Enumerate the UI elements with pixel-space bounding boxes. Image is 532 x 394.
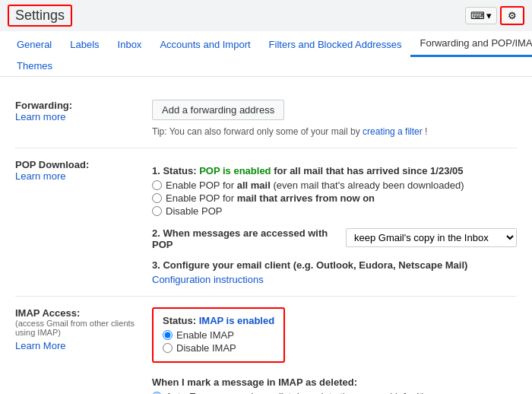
gear-button[interactable]: ⚙	[500, 6, 524, 25]
forwarding-tip: Tip: You can also forward only some of y…	[152, 126, 517, 137]
imap-enable-label: Enable IMAP	[176, 329, 234, 341]
imap-disable-label: Disable IMAP	[176, 342, 236, 354]
pop-content: 1. Status: POP is enabled for all mail t…	[152, 159, 517, 285]
tip-suffix: !	[425, 126, 427, 137]
pop-all-label: Enable POP for all mail (even mail that'…	[166, 180, 464, 191]
pop-learn-more[interactable]: Learn more	[15, 170, 137, 182]
pop-all-mail-radio[interactable]	[152, 180, 162, 190]
imap-status-box: Status: IMAP is enabled Enable IMAP Disa…	[152, 307, 285, 363]
pop-label: POP Download: Learn more	[15, 159, 137, 285]
top-bar: Settings ⌨ ▾ ⚙	[0, 0, 532, 31]
imap-delete-section: When I mark a message in IMAP as deleted…	[152, 377, 517, 394]
gear-icon: ⚙	[508, 10, 517, 21]
imap-enable-option: Enable IMAP	[163, 329, 274, 341]
forwarding-label: Forwarding: Learn more	[15, 100, 137, 137]
nav-tabs: General Labels Inbox Accounts and Import…	[0, 31, 532, 77]
tab-labels[interactable]: Labels	[61, 33, 108, 56]
imap-subtitle: (access Gmail from other clients using I…	[15, 319, 137, 337]
pop-from-now-label: Enable POP for mail that arrives from no…	[166, 192, 375, 204]
pop-option-all-mail: Enable POP for all mail (even mail that'…	[152, 180, 517, 191]
keyboard-dropdown-arrow: ▾	[486, 10, 492, 21]
pop-step2-row: 2. When messages are accessed with POP k…	[152, 221, 517, 253]
keyboard-icon: ⌨	[470, 10, 485, 21]
forwarding-section: Forwarding: Learn more Add a forwarding …	[15, 89, 517, 148]
pop-step3-label: 3. Configure your email client (e.g. Out…	[152, 259, 517, 271]
imap-enable-radio[interactable]	[163, 330, 173, 340]
imap-learn-more[interactable]: Learn More	[15, 340, 137, 351]
nav-tabs-row: General Labels Inbox Accounts and Import…	[8, 31, 524, 57]
config-instructions-link[interactable]: Configuration instructions	[152, 274, 517, 285]
pop-title: POP Download:	[15, 159, 137, 170]
forwarding-title: Forwarding:	[15, 100, 137, 111]
imap-expunge-on-label: Auto-Expunge on - Immediately update the…	[166, 391, 425, 394]
pop-status-text: POP is enabled	[199, 165, 271, 176]
imap-disable-option: Disable IMAP	[163, 342, 274, 354]
imap-status-title: Status: IMAP is enabled	[163, 315, 274, 326]
imap-label: IMAP Access: (access Gmail from other cl…	[15, 307, 137, 394]
pop-step1-label: 1. Status: POP is enabled for all mail t…	[152, 165, 517, 176]
imap-auto-expunge-on: Auto-Expunge on - Immediately update the…	[152, 391, 517, 394]
imap-content: Status: IMAP is enabled Enable IMAP Disa…	[152, 307, 517, 394]
creating-filter-link[interactable]: creating a filter	[363, 126, 423, 137]
pop-disable-label: Disable POP	[166, 205, 222, 217]
pop-option-from-now: Enable POP for mail that arrives from no…	[152, 192, 517, 204]
pop-step2-label: 2. When messages are accessed with POP	[152, 227, 340, 250]
pop-download-section: POP Download: Learn more 1. Status: POP …	[15, 148, 517, 297]
imap-section: IMAP Access: (access Gmail from other cl…	[15, 297, 517, 394]
top-bar-right: ⌨ ▾ ⚙	[465, 6, 524, 25]
forwarding-learn-more[interactable]: Learn more	[15, 111, 137, 122]
pop-disable-radio[interactable]	[152, 206, 162, 216]
forwarding-content: Add a forwarding address Tip: You can al…	[152, 100, 517, 137]
tab-filters-blocked[interactable]: Filters and Blocked Addresses	[260, 33, 411, 56]
keyboard-button[interactable]: ⌨ ▾	[465, 7, 497, 24]
tab-accounts-import[interactable]: Accounts and Import	[150, 33, 259, 56]
settings-title: Settings	[8, 5, 72, 27]
tab-inbox[interactable]: Inbox	[109, 33, 151, 56]
tab-general[interactable]: General	[8, 33, 61, 56]
pop-from-now-radio[interactable]	[152, 193, 162, 203]
themes-link[interactable]: Themes	[8, 57, 524, 76]
imap-status-value: IMAP is enabled	[199, 315, 274, 326]
pop-step1-suffix: for all mail that has arrived since 1/23…	[274, 165, 463, 176]
imap-disable-radio[interactable]	[163, 343, 173, 353]
imap-delete-title: When I mark a message in IMAP as deleted…	[152, 377, 517, 388]
tip-prefix: Tip: You can also forward only some of y…	[152, 126, 360, 137]
imap-title: IMAP Access:	[15, 307, 137, 319]
settings-content: Forwarding: Learn more Add a forwarding …	[0, 77, 532, 394]
pop-copy-select[interactable]: keep Gmail's copy in the Inbox archive G…	[346, 228, 517, 247]
add-forwarding-address-button[interactable]: Add a forwarding address	[152, 100, 284, 120]
pop-option-disable: Disable POP	[152, 205, 517, 217]
tab-forwarding-pop-imap[interactable]: Forwarding and POP/IMAP	[410, 31, 532, 57]
